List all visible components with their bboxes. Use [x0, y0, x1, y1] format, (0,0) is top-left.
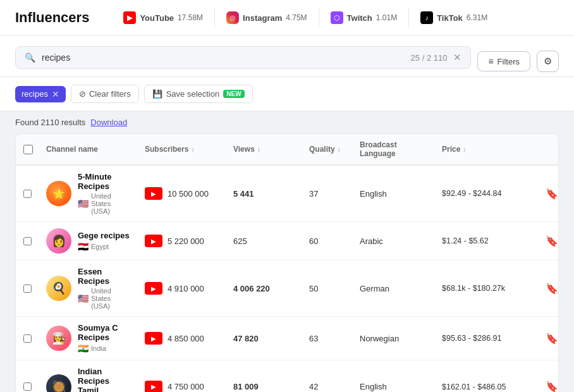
bookmark-5[interactable]: 🔖 [543, 378, 559, 393]
platform-tab-youtube[interactable]: ▶ YouTube 17.58M [112, 8, 215, 28]
filters-button[interactable]: ≡ ⚙ Filters [477, 51, 530, 71]
header: Influencers ▶ YouTube 17.58M ◎ Instagram… [0, 0, 574, 36]
table-row: 🍳 Essen Recipes 🇺🇸 United States (USA) ▶… [16, 260, 558, 317]
channel-name-4: Soumya C Recipes [78, 323, 130, 342]
channel-info-1: 5-Minute Recipes 🇺🇸 United States (USA) [78, 172, 130, 215]
th-views[interactable]: Views ↕ [226, 140, 302, 158]
td-select-2 [16, 236, 39, 246]
channel-name-3: Essen Recipes [78, 267, 130, 286]
platform-tab-instagram[interactable]: ◎ Instagram 4.75M [215, 8, 319, 28]
td-channel-2: 👩 Gege recipes 🇪🇬 Egypt [39, 228, 137, 254]
td-subs-2: ▶ 5 220 000 [137, 235, 226, 247]
td-bookmark-3: 🔖 [535, 279, 558, 297]
yt-play-5[interactable]: ▶ [145, 381, 162, 393]
row-checkbox-5[interactable] [23, 382, 32, 391]
row-checkbox-2[interactable] [23, 236, 32, 246]
filter-bar: recipes ✕ ⊘ Clear filters 💾 Save selecti… [0, 77, 574, 111]
clear-filters-label: Clear filters [89, 89, 131, 99]
row-checkbox-1[interactable] [23, 189, 32, 199]
select-all-checkbox[interactable] [23, 145, 33, 154]
price-sort-icon: ↕ [463, 146, 466, 153]
td-price-2: $1.24 - $5.62 [434, 236, 535, 245]
clear-icon: ⊘ [79, 89, 86, 99]
table-row: 🥘 Indian Recipes Tamil 🇮🇳 India ▶ 4 750 … [16, 360, 558, 392]
tiktok-label: TikTok [437, 13, 463, 23]
twitch-icon: ⬡ [331, 11, 343, 24]
yt-play-1[interactable]: ▶ [145, 187, 162, 200]
yt-play-4[interactable]: ▶ [145, 332, 162, 345]
table-row: 👩‍🍳 Soumya C Recipes 🇮🇳 India ▶ 4 850 00… [16, 317, 558, 360]
new-badge: NEW [223, 90, 244, 98]
td-bookmark-5: 🔖 [535, 378, 558, 393]
th-select [16, 140, 39, 158]
td-views-1: 5 441 [226, 189, 302, 199]
avatar-4: 👩‍🍳 [46, 326, 71, 351]
results-count: Found 2110 results [15, 118, 85, 127]
td-quality-1: 37 [302, 189, 352, 199]
td-quality-3: 50 [302, 284, 352, 293]
youtube-icon: ▶ [123, 11, 136, 24]
yt-play-3[interactable]: ▶ [145, 282, 162, 295]
flag-2: 🇪🇬 [78, 242, 89, 252]
subs-value-5: 4 750 000 [168, 382, 204, 391]
td-views-4: 47 820 [226, 334, 302, 343]
bookmark-2[interactable]: 🔖 [543, 232, 559, 250]
platform-tab-twitch[interactable]: ⬡ Twitch 1.01M [319, 8, 410, 28]
th-subscribers[interactable]: Subscribers ↕ [137, 140, 226, 158]
td-language-2: Arabic [352, 236, 434, 246]
td-channel-1: 🌟 5-Minute Recipes 🇺🇸 United States (USA… [39, 172, 137, 215]
search-bar: 🔍 25 / 2 110 ✕ [15, 46, 471, 69]
td-views-2: 625 [226, 236, 302, 246]
yt-play-2[interactable]: ▶ [145, 235, 162, 247]
filter-lines-icon: ≡ [488, 56, 493, 66]
platform-tab-tiktok[interactable]: ♪ TikTok 6.31M [409, 8, 499, 28]
channel-info-4: Soumya C Recipes 🇮🇳 India [78, 323, 130, 353]
th-quality[interactable]: Quality ↕ [302, 140, 352, 158]
clear-filters-button[interactable]: ⊘ Clear filters [71, 85, 139, 103]
save-selection-label: Save selection [166, 89, 220, 99]
row-checkbox-4[interactable] [23, 334, 32, 343]
remove-filter-icon[interactable]: ✕ [52, 89, 59, 99]
channel-name-1: 5-Minute Recipes [78, 172, 130, 191]
subs-value-4: 4 850 000 [168, 334, 204, 343]
country-label-4: India [91, 345, 106, 352]
country-label-1: United States (USA) [91, 192, 130, 215]
sliders-icon: ⚙ [544, 56, 552, 67]
bookmark-1[interactable]: 🔖 [543, 185, 559, 202]
td-bookmark-2: 🔖 [535, 232, 558, 250]
bookmark-3[interactable]: 🔖 [543, 279, 559, 297]
td-quality-5: 42 [302, 382, 352, 391]
row-checkbox-3[interactable] [23, 284, 32, 293]
table-header: Channel name Subscribers ↕ Views ↕ Quali… [16, 134, 558, 166]
td-views-3: 4 006 220 [226, 284, 302, 293]
channel-country-4: 🇮🇳 India [78, 343, 130, 353]
search-input[interactable] [42, 52, 405, 63]
active-filter-tag[interactable]: recipes ✕ [15, 86, 66, 102]
twitch-label: Twitch [347, 13, 372, 23]
td-views-5: 81 009 [226, 382, 302, 391]
th-price[interactable]: Price ↕ [434, 140, 535, 158]
td-bookmark-1: 🔖 [535, 185, 558, 202]
save-selection-button[interactable]: 💾 Save selection NEW [144, 85, 253, 103]
subs-value-1: 10 500 000 [168, 189, 209, 199]
youtube-label: YouTube [140, 13, 174, 23]
avatar-3: 🍳 [46, 276, 71, 301]
bookmark-4[interactable]: 🔖 [543, 329, 559, 347]
channel-info-5: Indian Recipes Tamil 🇮🇳 India [78, 367, 130, 392]
clear-search-icon[interactable]: ✕ [453, 52, 461, 63]
filter-tag-label: recipes [21, 89, 48, 99]
td-language-3: German [352, 284, 434, 293]
channel-country-1: 🇺🇸 United States (USA) [78, 192, 130, 215]
td-select-5 [16, 382, 39, 391]
download-link[interactable]: Download [90, 118, 127, 127]
page-title: Influencers [15, 9, 89, 26]
settings-button[interactable]: ⚙ [537, 51, 559, 72]
tiktok-icon: ♪ [420, 11, 433, 24]
td-quality-2: 60 [302, 236, 352, 246]
td-channel-3: 🍳 Essen Recipes 🇺🇸 United States (USA) [39, 267, 137, 310]
td-price-4: $95.63 - $286.91 [434, 334, 535, 343]
avatar-2: 👩 [46, 228, 71, 254]
table-row: 🌟 5-Minute Recipes 🇺🇸 United States (USA… [16, 166, 558, 222]
td-language-5: English [352, 382, 434, 391]
td-subs-1: ▶ 10 500 000 [137, 187, 226, 200]
